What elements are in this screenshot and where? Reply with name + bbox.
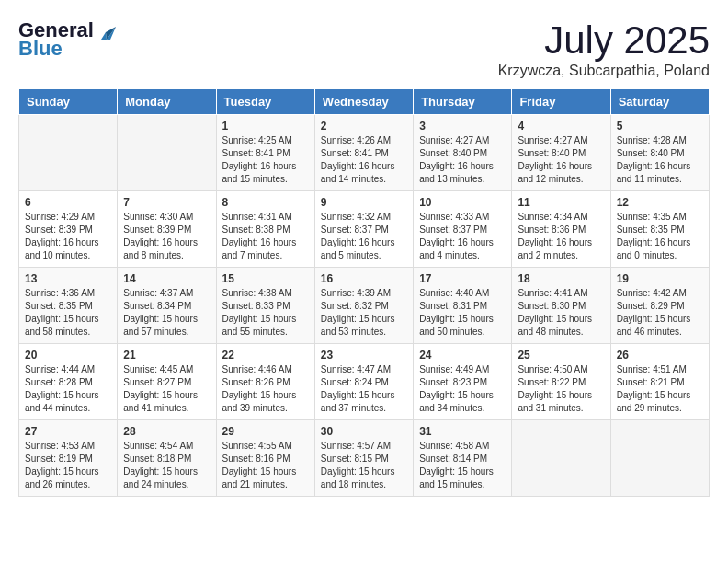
calendar-cell: 28Sunrise: 4:54 AM Sunset: 8:18 PM Dayli… (118, 420, 216, 497)
day-content: Sunrise: 4:32 AM Sunset: 8:37 PM Dayligh… (321, 211, 407, 262)
day-number: 13 (25, 272, 111, 285)
calendar-cell: 5Sunrise: 4:28 AM Sunset: 8:40 PM Daylig… (610, 115, 709, 191)
day-content: Sunrise: 4:38 AM Sunset: 8:33 PM Dayligh… (222, 287, 309, 339)
day-content: Sunrise: 4:36 AM Sunset: 8:35 PM Dayligh… (25, 287, 111, 339)
day-number: 17 (419, 272, 506, 285)
day-number: 6 (25, 196, 111, 209)
header-friday: Friday (512, 89, 610, 115)
calendar-cell: 31Sunrise: 4:58 AM Sunset: 8:14 PM Dayli… (414, 420, 512, 497)
calendar-cell: 27Sunrise: 4:53 AM Sunset: 8:19 PM Dayli… (19, 420, 118, 497)
calendar-week-1: 1Sunrise: 4:25 AM Sunset: 8:41 PM Daylig… (19, 115, 710, 191)
day-content: Sunrise: 4:51 AM Sunset: 8:21 PM Dayligh… (617, 363, 703, 415)
day-content: Sunrise: 4:42 AM Sunset: 8:29 PM Dayligh… (617, 287, 703, 339)
day-number: 31 (419, 425, 506, 438)
day-number: 27 (25, 425, 111, 438)
calendar-cell: 25Sunrise: 4:50 AM Sunset: 8:22 PM Dayli… (512, 344, 610, 420)
logo: General Blue (18, 18, 116, 61)
calendar-cell: 18Sunrise: 4:41 AM Sunset: 8:30 PM Dayli… (512, 268, 610, 344)
calendar-cell: 26Sunrise: 4:51 AM Sunset: 8:21 PM Dayli… (610, 344, 709, 420)
calendar-cell: 16Sunrise: 4:39 AM Sunset: 8:32 PM Dayli… (314, 268, 413, 344)
day-number: 29 (222, 425, 309, 438)
day-number: 24 (419, 349, 506, 362)
logo-icon (96, 23, 116, 40)
calendar-cell: 7Sunrise: 4:30 AM Sunset: 8:39 PM Daylig… (118, 191, 216, 268)
calendar-header-row: SundayMondayTuesdayWednesdayThursdayFrid… (19, 89, 710, 115)
day-content: Sunrise: 4:25 AM Sunset: 8:41 PM Dayligh… (222, 134, 309, 186)
day-content: Sunrise: 4:58 AM Sunset: 8:14 PM Dayligh… (419, 440, 506, 491)
day-number: 30 (321, 425, 407, 438)
day-content: Sunrise: 4:53 AM Sunset: 8:19 PM Dayligh… (25, 440, 111, 491)
day-number: 7 (123, 196, 210, 209)
calendar-week-3: 13Sunrise: 4:36 AM Sunset: 8:35 PM Dayli… (19, 268, 710, 344)
calendar-cell: 17Sunrise: 4:40 AM Sunset: 8:31 PM Dayli… (414, 268, 512, 344)
calendar-cell: 24Sunrise: 4:49 AM Sunset: 8:23 PM Dayli… (414, 344, 512, 420)
day-number: 18 (518, 272, 604, 285)
calendar-cell: 3Sunrise: 4:27 AM Sunset: 8:40 PM Daylig… (414, 115, 512, 191)
header-monday: Monday (118, 89, 216, 115)
calendar-cell: 22Sunrise: 4:46 AM Sunset: 8:26 PM Dayli… (216, 344, 314, 420)
day-content: Sunrise: 4:35 AM Sunset: 8:35 PM Dayligh… (617, 211, 703, 262)
day-number: 15 (222, 272, 309, 285)
title-block: July 2025 Krzywcza, Subcarpathia, Poland (498, 18, 710, 79)
calendar-week-4: 20Sunrise: 4:44 AM Sunset: 8:28 PM Dayli… (19, 344, 710, 420)
day-content: Sunrise: 4:27 AM Sunset: 8:40 PM Dayligh… (518, 134, 604, 186)
calendar-cell: 30Sunrise: 4:57 AM Sunset: 8:15 PM Dayli… (314, 420, 413, 497)
calendar-cell (512, 420, 610, 497)
day-content: Sunrise: 4:45 AM Sunset: 8:27 PM Dayligh… (123, 363, 210, 415)
calendar-cell: 19Sunrise: 4:42 AM Sunset: 8:29 PM Dayli… (610, 268, 709, 344)
calendar-cell: 8Sunrise: 4:31 AM Sunset: 8:38 PM Daylig… (216, 191, 314, 268)
calendar-cell (19, 115, 118, 191)
day-number: 11 (518, 196, 604, 209)
calendar-week-2: 6Sunrise: 4:29 AM Sunset: 8:39 PM Daylig… (19, 191, 710, 268)
calendar-cell: 29Sunrise: 4:55 AM Sunset: 8:16 PM Dayli… (216, 420, 314, 497)
day-content: Sunrise: 4:55 AM Sunset: 8:16 PM Dayligh… (222, 440, 309, 491)
day-number: 26 (617, 349, 703, 362)
day-content: Sunrise: 4:41 AM Sunset: 8:30 PM Dayligh… (518, 287, 604, 339)
day-content: Sunrise: 4:34 AM Sunset: 8:36 PM Dayligh… (518, 211, 604, 262)
day-number: 12 (617, 196, 703, 209)
calendar-cell: 15Sunrise: 4:38 AM Sunset: 8:33 PM Dayli… (216, 268, 314, 344)
day-content: Sunrise: 4:57 AM Sunset: 8:15 PM Dayligh… (321, 440, 407, 491)
day-number: 16 (321, 272, 407, 285)
day-number: 14 (123, 272, 210, 285)
day-content: Sunrise: 4:47 AM Sunset: 8:24 PM Dayligh… (321, 363, 407, 415)
header-sunday: Sunday (19, 89, 118, 115)
calendar: SundayMondayTuesdayWednesdayThursdayFrid… (18, 88, 710, 497)
day-number: 8 (222, 196, 309, 209)
calendar-cell: 6Sunrise: 4:29 AM Sunset: 8:39 PM Daylig… (19, 191, 118, 268)
calendar-cell: 10Sunrise: 4:33 AM Sunset: 8:37 PM Dayli… (414, 191, 512, 268)
calendar-cell: 20Sunrise: 4:44 AM Sunset: 8:28 PM Dayli… (19, 344, 118, 420)
day-content: Sunrise: 4:27 AM Sunset: 8:40 PM Dayligh… (419, 134, 506, 186)
day-content: Sunrise: 4:31 AM Sunset: 8:38 PM Dayligh… (222, 211, 309, 262)
day-number: 2 (321, 120, 407, 132)
day-content: Sunrise: 4:46 AM Sunset: 8:26 PM Dayligh… (222, 363, 309, 415)
day-number: 28 (123, 425, 210, 438)
day-content: Sunrise: 4:29 AM Sunset: 8:39 PM Dayligh… (25, 211, 111, 262)
day-number: 23 (321, 349, 407, 362)
day-content: Sunrise: 4:44 AM Sunset: 8:28 PM Dayligh… (25, 363, 111, 415)
day-content: Sunrise: 4:49 AM Sunset: 8:23 PM Dayligh… (419, 363, 506, 415)
calendar-cell (118, 115, 216, 191)
day-content: Sunrise: 4:30 AM Sunset: 8:39 PM Dayligh… (123, 211, 210, 262)
header-thursday: Thursday (414, 89, 512, 115)
day-number: 4 (518, 120, 604, 132)
day-number: 5 (617, 120, 703, 132)
day-content: Sunrise: 4:50 AM Sunset: 8:22 PM Dayligh… (518, 363, 604, 415)
day-content: Sunrise: 4:39 AM Sunset: 8:32 PM Dayligh… (321, 287, 407, 339)
day-content: Sunrise: 4:54 AM Sunset: 8:18 PM Dayligh… (123, 440, 210, 491)
day-content: Sunrise: 4:37 AM Sunset: 8:34 PM Dayligh… (123, 287, 210, 339)
day-content: Sunrise: 4:28 AM Sunset: 8:40 PM Dayligh… (617, 134, 703, 186)
calendar-cell: 13Sunrise: 4:36 AM Sunset: 8:35 PM Dayli… (19, 268, 118, 344)
month-title: July 2025 (498, 18, 710, 63)
day-number: 3 (419, 120, 506, 132)
day-number: 21 (123, 349, 210, 362)
day-number: 25 (518, 349, 604, 362)
calendar-cell: 4Sunrise: 4:27 AM Sunset: 8:40 PM Daylig… (512, 115, 610, 191)
day-number: 1 (222, 120, 309, 132)
day-content: Sunrise: 4:33 AM Sunset: 8:37 PM Dayligh… (419, 211, 506, 262)
page-header: General Blue July 2025 Krzywcza, Subcarp… (18, 18, 710, 79)
day-number: 9 (321, 196, 407, 209)
calendar-cell: 2Sunrise: 4:26 AM Sunset: 8:41 PM Daylig… (314, 115, 413, 191)
calendar-cell: 9Sunrise: 4:32 AM Sunset: 8:37 PM Daylig… (314, 191, 413, 268)
logo-blue: Blue (18, 37, 63, 61)
